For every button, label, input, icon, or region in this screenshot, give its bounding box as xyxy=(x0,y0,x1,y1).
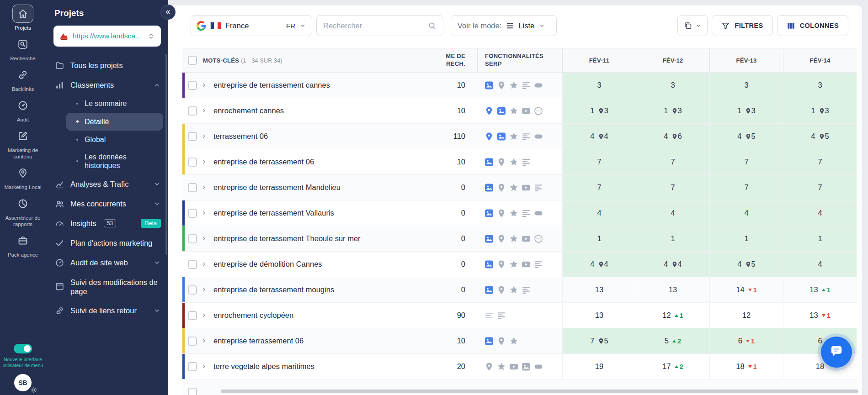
position-cell[interactable]: 7 xyxy=(562,175,636,200)
position-cell[interactable]: 3 xyxy=(783,73,857,98)
position-cell[interactable]: 1 xyxy=(562,226,636,251)
position-cell[interactable]: 7 xyxy=(709,175,783,200)
columns-button[interactable]: COLONNES xyxy=(777,15,848,36)
search-input[interactable] xyxy=(323,21,424,30)
row-checkbox[interactable] xyxy=(188,285,197,295)
position-cell[interactable]: 7 xyxy=(709,149,783,174)
position-cell[interactable]: 3 xyxy=(636,73,709,98)
country-selector[interactable]: France FR xyxy=(191,15,312,36)
position-cell[interactable]: 44 xyxy=(636,252,709,277)
row-expand-icon[interactable]: › xyxy=(202,183,208,192)
position-cell[interactable]: 3 xyxy=(709,73,783,98)
position-cell[interactable]: 13 xyxy=(783,98,857,123)
view-mode-selector[interactable]: Voir le mode: Liste xyxy=(451,15,557,36)
sidebar-item-audit-de-site-web[interactable]: Audit de site web xyxy=(46,253,168,273)
sidebar-item-suivi-des-modifications-de-page[interactable]: Suivi des modifications de page xyxy=(46,273,168,301)
position-cell[interactable]: 45 xyxy=(783,124,857,149)
sidebar-item-classements[interactable]: Classements xyxy=(46,75,168,95)
position-cell[interactable]: 45 xyxy=(709,124,783,149)
position-cell[interactable]: 4 xyxy=(562,200,636,226)
gear-icon[interactable] xyxy=(30,386,38,394)
position-cell[interactable]: 7 xyxy=(562,149,636,174)
row-expand-icon[interactable]: › xyxy=(202,132,208,141)
position-cell[interactable]: 7 xyxy=(636,149,709,174)
position-cell[interactable]: 1 xyxy=(783,226,857,251)
sidebar-item-insights[interactable]: Insights53Beta xyxy=(46,214,168,233)
position-cell[interactable]: 75 xyxy=(562,328,636,353)
chat-widget-button[interactable] xyxy=(821,337,852,368)
rail-item-projets[interactable]: Projets xyxy=(1,5,44,31)
position-cell[interactable]: 4 xyxy=(709,200,783,226)
position-cell[interactable]: 172 xyxy=(636,354,709,379)
sidebar-subitem-le-sommaire[interactable]: Le sommaire xyxy=(46,95,168,112)
date-header-cell[interactable]: FÉV-11 xyxy=(562,48,636,72)
rail-item-marketing-de-contenu[interactable]: Marketing de contenu xyxy=(1,127,44,160)
position-cell[interactable]: 4 xyxy=(636,200,709,226)
position-cell[interactable]: 45 xyxy=(709,252,783,277)
row-expand-icon[interactable]: › xyxy=(202,362,208,371)
rail-item-backlinks[interactable]: Backlinks xyxy=(1,66,44,92)
row-checkbox[interactable] xyxy=(188,183,197,192)
row-checkbox[interactable] xyxy=(188,311,197,320)
position-cell[interactable]: 4 xyxy=(783,252,857,277)
row-expand-icon[interactable]: › xyxy=(202,106,208,116)
row-checkbox[interactable] xyxy=(188,337,197,346)
sidebar-subitem-detaille[interactable]: Détaillé xyxy=(66,113,163,131)
position-cell[interactable]: 13 xyxy=(709,98,783,123)
date-header-cell[interactable]: FÉV-14 xyxy=(783,48,857,72)
position-cell[interactable]: 44 xyxy=(562,124,636,149)
position-cell[interactable]: 19 xyxy=(562,354,636,379)
row-expand-icon[interactable]: › xyxy=(202,234,208,243)
row-checkbox[interactable] xyxy=(188,132,197,141)
position-cell[interactable]: 13 xyxy=(562,303,636,328)
rail-item-pack-agence[interactable]: Pack agence xyxy=(1,232,44,258)
row-expand-icon[interactable]: › xyxy=(202,336,208,346)
sidebar-item-suivi-de-liens-retour[interactable]: Suivi de liens retour xyxy=(46,301,168,321)
sidebar-scrollbar[interactable] xyxy=(165,54,167,255)
position-cell[interactable]: 3 xyxy=(562,73,636,98)
date-header-cell[interactable]: FÉV-13 xyxy=(709,48,783,72)
position-cell[interactable]: 46 xyxy=(636,124,709,149)
position-cell[interactable]: 7 xyxy=(783,149,857,174)
row-checkbox[interactable] xyxy=(188,158,197,167)
position-cell[interactable]: 1 xyxy=(709,226,783,251)
position-cell[interactable]: 121 xyxy=(636,303,709,328)
sidebar-item-plan-d-actions-marketing[interactable]: Plan d'actions marketing xyxy=(46,233,168,253)
position-cell[interactable]: 181 xyxy=(709,354,783,379)
position-cell[interactable]: 52 xyxy=(636,328,709,353)
sidebar-subitem-les-donnees-historiques[interactable]: Les données historiques xyxy=(46,148,168,174)
row-expand-icon[interactable]: › xyxy=(202,311,208,320)
row-expand-icon[interactable]: › xyxy=(202,80,208,90)
date-header-cell[interactable]: FÉV-12 xyxy=(636,48,709,72)
row-checkbox[interactable] xyxy=(188,260,197,269)
position-cell[interactable]: 13 xyxy=(562,98,636,123)
horizontal-scrollbar[interactable] xyxy=(221,390,858,393)
copy-view-button[interactable] xyxy=(677,15,708,36)
project-selector[interactable]: https://www.landsca... xyxy=(53,26,161,47)
row-checkbox[interactable] xyxy=(188,362,197,371)
row-checkbox[interactable] xyxy=(188,234,197,243)
sidebar-subitem-global[interactable]: Global xyxy=(46,131,168,148)
row-expand-icon[interactable]: › xyxy=(202,208,208,218)
position-cell[interactable]: 44 xyxy=(562,252,636,277)
row-expand-icon[interactable]: › xyxy=(202,285,208,295)
rail-item-assembleur-de-rapports[interactable]: Assembleur de rapports xyxy=(1,195,44,227)
position-cell[interactable]: 61 xyxy=(709,328,783,353)
position-cell[interactable]: 12 xyxy=(709,303,783,328)
position-cell[interactable]: 4 xyxy=(783,200,857,226)
position-cell[interactable]: 131 xyxy=(783,303,857,328)
position-cell[interactable]: 7 xyxy=(783,175,857,200)
sidebar-item-tous-les-projets[interactable]: Tous les projets xyxy=(46,56,168,75)
rail-item-marketing-local[interactable]: Marketing Local xyxy=(1,164,44,190)
row-checkbox[interactable] xyxy=(188,81,197,90)
position-cell[interactable]: 13 xyxy=(636,98,709,123)
sidebar-collapse-button[interactable]: « xyxy=(160,5,176,20)
sidebar-item-analyses-trafic[interactable]: Analyses & Trafic xyxy=(46,174,168,194)
position-cell[interactable]: 1 xyxy=(636,226,709,251)
position-cell[interactable]: 13 xyxy=(562,277,636,302)
row-expand-icon[interactable]: › xyxy=(202,259,208,269)
position-cell[interactable]: 13 xyxy=(636,277,709,302)
rail-item-audit[interactable]: Audit xyxy=(1,96,44,123)
row-checkbox[interactable] xyxy=(188,106,197,116)
filters-button[interactable]: FILTRES xyxy=(712,15,772,36)
